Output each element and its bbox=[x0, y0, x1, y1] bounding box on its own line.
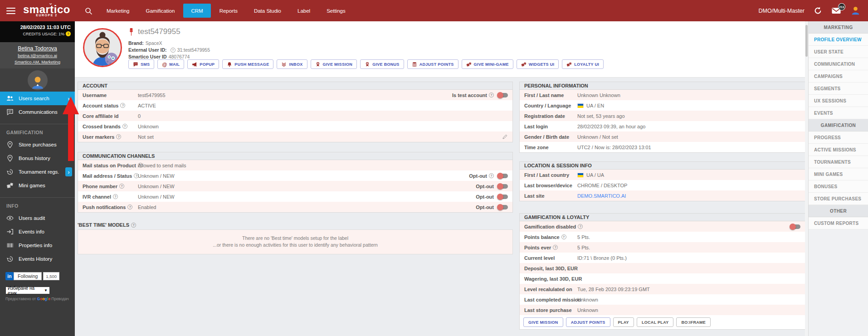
credits-help-icon[interactable]: ? bbox=[66, 31, 71, 36]
profile-action-bar: SMS@MAILPOPUPPUSH MESSAGEINBOXGIVE MISSI… bbox=[128, 59, 604, 69]
row-label: Time zone bbox=[524, 145, 577, 150]
brand-value: SpaceX bbox=[146, 40, 162, 46]
help-icon[interactable]: ? bbox=[489, 93, 494, 97]
user-name-link[interactable]: Betina Todorova bbox=[0, 45, 75, 52]
toggle-off[interactable] bbox=[498, 195, 508, 199]
sidebar-item-properties-info[interactable]: Properties info bbox=[0, 239, 75, 252]
right-menu-item-profile-overview[interactable]: PROFILE OVERVIEW bbox=[809, 34, 868, 46]
help-icon[interactable]: ? bbox=[131, 223, 136, 228]
row-label: Mail status on Product? bbox=[83, 163, 138, 168]
help-icon[interactable]: ? bbox=[120, 103, 125, 108]
right-menu-item-ux-sessions[interactable]: UX SESSIONS bbox=[809, 95, 868, 107]
row-value[interactable]: DEMO.SMARTICO.AI bbox=[577, 193, 626, 199]
user-email-link[interactable]: betina.t@smartico.ai bbox=[0, 53, 75, 58]
user-avatar-icon[interactable] bbox=[850, 5, 861, 16]
right-menu-item-user-state[interactable]: USER STATE bbox=[809, 46, 868, 58]
help-icon[interactable]: ? bbox=[171, 48, 176, 53]
scrollbar-thumb[interactable] bbox=[805, 25, 808, 57]
chevron-right-icon[interactable]: › bbox=[65, 167, 72, 176]
pushpin-icon[interactable] bbox=[128, 28, 134, 36]
right-menu-item-events[interactable]: EVENTS bbox=[809, 107, 868, 119]
nav-item-settings[interactable]: Settings bbox=[319, 4, 353, 18]
mail-badge: 211 bbox=[838, 3, 845, 10]
table-row-last-site: Last siteDEMO.SMARTICO.AI bbox=[520, 190, 805, 201]
nav-item-data-studio[interactable]: Data Studio bbox=[246, 4, 289, 18]
action-button-give-mission[interactable]: GIVE MISSION bbox=[311, 59, 357, 69]
profile-avatar[interactable] bbox=[83, 28, 122, 67]
toggle-off[interactable] bbox=[498, 205, 508, 209]
row-label: First / Last country bbox=[524, 172, 577, 178]
help-icon[interactable]: ? bbox=[119, 184, 124, 189]
help-icon[interactable]: ? bbox=[116, 134, 121, 139]
toggle-off[interactable] bbox=[498, 93, 508, 97]
sidebar-item-tournament-regs[interactable]: Tournament regs.› bbox=[0, 165, 75, 179]
table-row-first-last-name: First / Last nameUnknown Unknown bbox=[520, 90, 805, 100]
refresh-icon[interactable] bbox=[814, 6, 822, 15]
right-menu: MARKETINGPROFILE OVERVIEWUSER STATECOMMU… bbox=[808, 21, 868, 336]
button-adjust-points[interactable]: ADJUST POINTS bbox=[566, 317, 610, 327]
smartico-logo: smarticoˇ EUROPE 2 bbox=[22, 5, 72, 17]
section-personal-information: PERSONAL INFORMATIONFirst / Last nameUnk… bbox=[519, 82, 805, 153]
action-button-inbox[interactable]: INBOX bbox=[277, 59, 307, 69]
account-selector[interactable]: DMO/Multi-Master bbox=[759, 8, 805, 14]
toggle-off[interactable] bbox=[498, 184, 508, 189]
button-give-mission[interactable]: GIVE MISSION bbox=[523, 317, 563, 327]
right-menu-item-store-purchases[interactable]: STORE PURCHASES bbox=[809, 193, 868, 205]
nav-item-label[interactable]: Label bbox=[290, 4, 318, 18]
help-icon[interactable]: ? bbox=[561, 234, 566, 239]
search-icon[interactable] bbox=[84, 7, 93, 15]
action-button-mail[interactable]: @MAIL bbox=[157, 59, 184, 69]
sidebar-item-events-history[interactable]: Events History bbox=[0, 252, 75, 266]
sidebar-item-mini-games[interactable]: Mini games bbox=[0, 179, 75, 192]
right-menu-item-bonuses[interactable]: BONUSES bbox=[809, 180, 868, 193]
right-menu-item-tournaments[interactable]: TOURNAMENTS bbox=[809, 156, 868, 168]
right-menu-item-campaigns[interactable]: CAMPAIGNS bbox=[809, 70, 868, 83]
main-scrollbar[interactable] bbox=[805, 21, 808, 336]
action-button-give-mini-game[interactable]: GIVE MINI-GAME bbox=[462, 59, 513, 69]
mail-icon[interactable]: 211 bbox=[831, 7, 841, 15]
nav-item-marketing[interactable]: Marketing bbox=[99, 4, 137, 18]
linkedin-icon[interactable]: in bbox=[5, 272, 14, 280]
hamburger-menu-icon[interactable] bbox=[6, 6, 15, 16]
edit-pencil-icon[interactable] bbox=[502, 134, 508, 140]
right-menu-item-progress[interactable]: PROGRESS bbox=[809, 131, 868, 144]
right-menu-item-custom-reports[interactable]: CUSTOM REPORTS bbox=[809, 217, 868, 229]
action-button-loyalty-ui[interactable]: LOYALTY UI bbox=[562, 59, 604, 69]
right-menu-item-communication[interactable]: COMMUNICATION bbox=[809, 58, 868, 70]
enter-icon bbox=[6, 228, 14, 235]
ukraine-flag-icon bbox=[577, 103, 584, 108]
button-play[interactable]: PLAY bbox=[613, 317, 634, 327]
button-local-play[interactable]: LOCAL PLAY bbox=[637, 317, 674, 327]
right-menu-item-segments[interactable]: SEGMENTS bbox=[809, 83, 868, 95]
sidebar-section-info: INFO bbox=[0, 198, 75, 211]
help-icon[interactable]: ? bbox=[578, 224, 583, 229]
nav-item-reports[interactable]: Reports bbox=[212, 4, 245, 18]
section-communication-channels: COMMUNICATION CHANNELSMail status on Pro… bbox=[78, 152, 513, 213]
nav-item-crm[interactable]: CRM bbox=[183, 4, 210, 18]
action-button-popup[interactable]: POPUP bbox=[187, 59, 219, 69]
action-button-adjust-points[interactable]: ADJUST POINTS bbox=[407, 59, 458, 69]
action-button-push-message[interactable]: PUSH MESSAGE bbox=[222, 59, 273, 69]
action-button-widgets-ui[interactable]: WIDGETS UI bbox=[517, 59, 559, 69]
toggle-off[interactable] bbox=[790, 224, 800, 229]
row-label: Gender / Birth date bbox=[524, 134, 577, 140]
sidebar-item-events-info[interactable]: Events info bbox=[0, 225, 75, 239]
right-menu-item-active-missions[interactable]: ACTIVE MISSIONS bbox=[809, 144, 868, 156]
button-bo-iframe[interactable]: BO:IFRAME bbox=[676, 317, 711, 327]
help-icon[interactable]: ? bbox=[122, 124, 127, 129]
help-icon[interactable]: ? bbox=[113, 194, 118, 199]
user-role-link[interactable]: Smartico AM, Marketing bbox=[0, 59, 75, 64]
help-icon[interactable]: ? bbox=[127, 205, 132, 209]
language-select[interactable]: Избиране на език▼ bbox=[5, 287, 50, 294]
table-row-username: Usernametest5479955Is test account? bbox=[78, 90, 512, 100]
action-button-give-bonus[interactable]: GIVE BONUS bbox=[360, 59, 404, 69]
help-icon[interactable]: ? bbox=[553, 245, 558, 250]
sidebar-item-users-audit[interactable]: Users audit bbox=[0, 211, 75, 225]
row-label: Core affiliate id bbox=[83, 113, 138, 119]
action-button-sms[interactable]: SMS bbox=[128, 59, 154, 69]
linkedin-follow-button[interactable]: Following bbox=[14, 272, 42, 280]
right-menu-item-mini-games[interactable]: MINI GAMES bbox=[809, 168, 868, 180]
nav-item-gamification[interactable]: Gamification bbox=[138, 4, 183, 18]
help-icon[interactable]: ? bbox=[489, 173, 494, 178]
toggle-off[interactable] bbox=[498, 174, 508, 178]
